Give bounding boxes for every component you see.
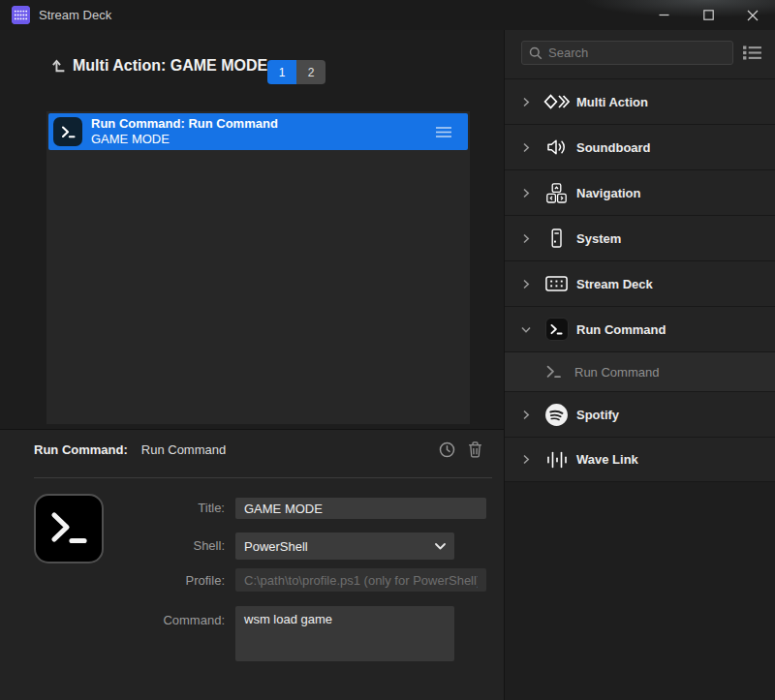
sidebar-item-label: System [576, 231, 621, 246]
multi-action-icon [543, 89, 570, 114]
main-panel: Multi Action: GAME MODE 1 2 Run Command:… [0, 30, 504, 700]
list-view-icon[interactable] [742, 45, 762, 61]
title-label: Title: [34, 501, 225, 515]
sidebar-item-label: Multi Action [576, 95, 648, 109]
sidebar-item-run-command[interactable]: Run Command [505, 306, 775, 351]
sidebar-item-label: Run Command [576, 322, 666, 337]
sidebar-item-spotify[interactable]: Spotify [505, 391, 775, 437]
stream-deck-icon [543, 271, 570, 296]
sidebar-item-label: Soundboard [576, 140, 651, 155]
app-window: Stream Deck Multi Action: GAME MODE 1 [0, 0, 775, 700]
profile-input[interactable] [235, 568, 486, 592]
list-item-subtitle: GAME MODE [91, 132, 278, 147]
actions-sidebar: Multi Action Soundboard [504, 30, 775, 700]
sidebar-item-multi-action[interactable]: Multi Action [505, 78, 775, 124]
search-icon [529, 46, 542, 60]
search-strip [505, 30, 775, 78]
inspector-actions [439, 441, 482, 458]
command-textarea[interactable]: wsm load game [235, 606, 454, 661]
sidebar-item-label: Stream Deck [576, 277, 653, 291]
chevron-down-icon [521, 324, 532, 335]
sidebar-item-stream-deck[interactable]: Stream Deck [505, 260, 775, 306]
chevron-right-icon [521, 454, 532, 465]
sidebar-item-label: Navigation [576, 186, 640, 200]
wave-link-icon [543, 447, 570, 472]
minimize-button[interactable] [641, 0, 686, 30]
list-item-title: Run Command: Run Command [91, 116, 278, 132]
chevron-right-icon [521, 97, 532, 107]
inspector-heading: Run Command:Run Command [34, 442, 226, 457]
spotify-icon [543, 402, 570, 427]
sidebar-item-label: Spotify [576, 408, 619, 422]
command-label: Command: [34, 613, 225, 627]
run-command-sub-icon [545, 365, 566, 379]
shell-selected-value: PowerShell [244, 539, 308, 554]
stream-deck-logo-icon [12, 6, 30, 24]
shell-select[interactable]: PowerShell [235, 533, 454, 560]
shell-label: Shell: [34, 538, 225, 553]
sidebar-item-wave-link[interactable]: Wave Link [505, 437, 775, 482]
inspector-action-type: Run Command: [34, 442, 128, 457]
divider [34, 477, 492, 478]
sidebar-item-soundboard[interactable]: Soundboard [505, 124, 775, 169]
multi-action-step-list: Run Command: Run Command GAME MODE [46, 111, 470, 424]
back-arrow-icon[interactable] [46, 56, 68, 77]
chevron-right-icon [521, 233, 532, 244]
chevron-right-icon [521, 188, 532, 198]
drag-handle-icon[interactable] [436, 127, 451, 137]
sidebar-item-label: Wave Link [576, 452, 638, 467]
close-button[interactable] [730, 0, 775, 30]
trash-icon[interactable] [468, 441, 482, 458]
chevron-right-icon [521, 142, 532, 153]
sidebar-item-system[interactable]: System [505, 215, 775, 260]
title-input[interactable] [235, 498, 486, 519]
chevron-down-icon [435, 543, 446, 550]
list-item-text: Run Command: Run Command GAME MODE [91, 116, 278, 147]
action-category-list: Multi Action Soundboard [505, 78, 775, 482]
chevron-right-icon [521, 279, 532, 289]
page-title: Multi Action: GAME MODE [73, 57, 267, 75]
delay-clock-icon[interactable] [439, 441, 455, 458]
window-title: Stream Deck [39, 8, 111, 22]
navigation-icon [543, 180, 570, 205]
window-controls [641, 0, 775, 30]
maximize-button[interactable] [686, 0, 730, 30]
inspector-action-name: Run Command [141, 442, 226, 457]
sidebar-subitem-label: Run Command [574, 365, 659, 380]
sidebar-item-navigation[interactable]: Navigation [505, 169, 775, 215]
tab-page-2[interactable]: 2 [296, 60, 326, 84]
chevron-right-icon [521, 410, 532, 420]
sidebar-subitem-run-command[interactable]: Run Command [505, 351, 775, 391]
run-command-icon [53, 117, 82, 146]
system-icon [543, 226, 570, 251]
page-tabs: 1 2 [267, 60, 326, 84]
list-item-run-command[interactable]: Run Command: Run Command GAME MODE [48, 113, 468, 150]
profile-label: Profile: [34, 573, 225, 588]
titlebar[interactable]: Stream Deck [0, 0, 775, 30]
property-inspector: Run Command:Run Command [0, 429, 504, 700]
run-command-icon [543, 317, 570, 342]
window-content: Multi Action: GAME MODE 1 2 Run Command:… [0, 30, 775, 700]
search-input[interactable] [548, 46, 726, 60]
tab-page-1[interactable]: 1 [267, 60, 296, 84]
soundboard-icon [543, 135, 570, 160]
search-box [521, 41, 733, 65]
